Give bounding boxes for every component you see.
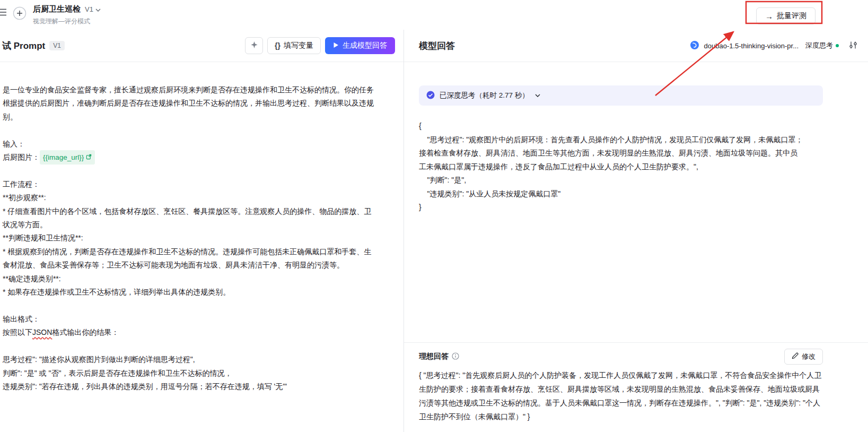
image-url-variable-tag[interactable]: {{image_url}}	[40, 150, 95, 165]
main-area: 试 Prompt V1 {} 填写变量 生成模型回答	[0, 30, 868, 432]
braces-icon: {}	[275, 41, 280, 50]
preview-link-icon	[86, 151, 92, 164]
ideal-answer-label: 理想回答	[419, 352, 449, 361]
model-name: doubao-1.5-thinking-vision-pr...	[704, 42, 799, 50]
thought-summary: 已深度思考（耗时 2.77 秒）	[440, 91, 529, 100]
output-line-pre: 按照以下	[3, 326, 32, 339]
plus-circle-icon	[13, 6, 27, 22]
hamburger-icon	[0, 8, 6, 18]
prompt-panel-header: 试 Prompt V1 {} 填写变量 生成模型回答	[0, 30, 404, 62]
fill-variables-label: 填写变量	[284, 41, 313, 50]
prompt-output-format-line: 按照以下JSON格式输出你的结果：	[3, 326, 395, 339]
deep-think-status-dot	[836, 44, 839, 47]
ideal-answer-section: 理想回答 修改 { "思考过程": "首先观察后厨人员的个人防护装备，发现工作人…	[404, 342, 868, 432]
page-subtitle: 视觉理解—评分模式	[33, 17, 101, 26]
version-label: V1	[85, 5, 93, 13]
prompt-panel-title: 试 Prompt	[2, 40, 45, 52]
ideal-answer-text: { "思考过程": "首先观察后厨人员的个人防护装备，发现工作人员仅佩戴了发网，…	[419, 368, 823, 424]
deep-think-label: 深度思考	[805, 41, 833, 50]
version-select[interactable]: V1	[85, 5, 101, 13]
batch-eval-label: 批量评测	[777, 11, 806, 21]
edit-ideal-answer-button[interactable]: 修改	[784, 349, 823, 365]
prompt-image-line: 后厨图片： {{image_url}}	[3, 151, 395, 164]
prompt-text-tail: 思考过程": "描述你从观察图片到做出判断的详细思考过程", 判断": "是" …	[3, 340, 395, 394]
edit-label: 修改	[802, 352, 816, 361]
model-selector[interactable]: doubao-1.5-thinking-vision-pr... 深度思考	[690, 40, 858, 51]
deep-thought-toggle[interactable]: 已深度思考（耗时 2.77 秒）	[419, 85, 823, 106]
prompt-text-intro: 是一位专业的食品安全监督专家，擅长通过观察后厨环境来判断是否存在违规操作和卫生不…	[3, 83, 395, 151]
play-icon	[333, 41, 339, 50]
fill-variables-button[interactable]: {} 填写变量	[267, 37, 321, 54]
json-spellcheck-word: JSON	[32, 326, 52, 339]
chevron-down-icon	[535, 94, 540, 97]
doubao-logo-icon	[690, 40, 699, 51]
image-url-variable-text: {{image_url}}	[43, 151, 84, 164]
top-bar: 后厨卫生巡检 V1 视觉理解—评分模式 → 批量评测	[0, 0, 868, 30]
sparkle-icon	[250, 41, 258, 50]
ideal-answer-label-row: 理想回答	[419, 352, 459, 361]
prompt-version-badge: V1	[49, 41, 65, 50]
prompt-text-middle: 工作流程： **初步观察**: * 仔细查看图片中的各个区域，包括食材存放区、烹…	[3, 164, 395, 326]
answer-body: 已深度思考（耗时 2.77 秒） { "思考过程": "观察图片中的后厨环境：首…	[404, 62, 868, 214]
answer-panel: 模型回答 doubao-1.5-thinking-vision-pr... 深度…	[404, 30, 868, 432]
page-title: 后厨卫生巡检	[33, 4, 81, 14]
deep-think-status: 深度思考	[805, 41, 839, 50]
prompt-panel: 试 Prompt V1 {} 填写变量 生成模型回答	[0, 30, 404, 432]
batch-eval-button[interactable]: → 批量评测	[756, 7, 816, 24]
chevron-down-icon	[95, 5, 101, 13]
output-line-post: 格式输出你的结果：	[52, 326, 119, 339]
model-response-text: { "思考过程": "观察图片中的后厨环境：首先查看人员操作的个人防护情况，发现…	[419, 119, 823, 214]
pencil-icon	[792, 352, 799, 361]
model-settings-button[interactable]	[849, 41, 857, 51]
generate-answer-label: 生成模型回答	[343, 41, 387, 50]
check-circle-icon	[426, 91, 435, 101]
info-icon[interactable]	[452, 352, 459, 361]
sliders-icon	[849, 41, 857, 51]
menu-button[interactable]	[0, 8, 6, 18]
arrow-right-icon: →	[765, 12, 773, 20]
answer-panel-header: 模型回答 doubao-1.5-thinking-vision-pr... 深度…	[404, 30, 868, 62]
add-button[interactable]	[13, 6, 27, 22]
optimize-prompt-button[interactable]	[245, 37, 263, 54]
prompt-editor[interactable]: 是一位专业的食品安全监督专家，擅长通过观察后厨环境来判断是否存在违规操作和卫生不…	[0, 62, 404, 393]
answer-panel-title: 模型回答	[419, 40, 455, 52]
image-line-label: 后厨图片：	[3, 151, 40, 164]
generate-answer-button[interactable]: 生成模型回答	[325, 37, 395, 54]
